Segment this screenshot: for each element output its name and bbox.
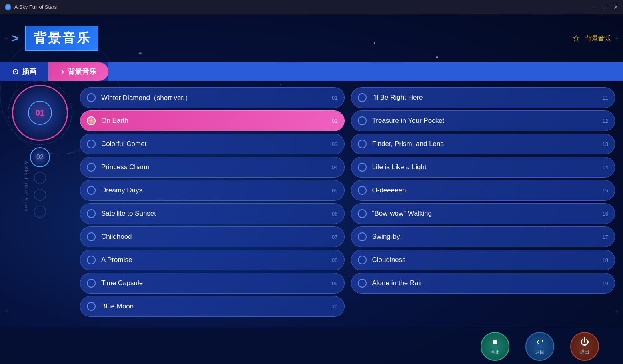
song-radio	[87, 232, 96, 241]
song-item[interactable]: Childhood07	[80, 226, 345, 247]
song-radio	[358, 256, 367, 264]
song-name: Childhood	[101, 233, 329, 241]
song-name: Life is Like a Light	[372, 163, 599, 171]
back-icon: ↩	[536, 337, 543, 347]
song-radio	[87, 256, 96, 264]
song-radio	[358, 279, 367, 288]
close-button[interactable]: ✕	[613, 4, 618, 10]
song-number: 14	[603, 164, 608, 170]
song-radio	[358, 209, 367, 218]
title-char-4: 乐	[77, 30, 90, 47]
stop-button[interactable]: ■ 停止	[481, 332, 509, 361]
title-bar: A Sky Full of Stars — □ ✕	[0, 0, 623, 14]
maximize-button[interactable]: □	[603, 4, 606, 10]
song-name: Treasure in Your Pocket	[372, 117, 599, 125]
song-number: 09	[332, 280, 337, 286]
back-label: 返回	[535, 349, 545, 356]
song-radio	[87, 163, 96, 172]
song-item[interactable]: A Promise08	[80, 250, 345, 270]
song-number: 18	[603, 257, 608, 263]
tab-bar: ⊙ 插画 ♪ 背景音乐	[0, 62, 623, 81]
song-number: 01	[332, 95, 337, 101]
song-radio	[87, 93, 96, 102]
back-button[interactable]: ↩ 返回	[525, 332, 554, 361]
song-number: 04	[332, 164, 337, 170]
header-star-icon: ☆	[572, 33, 581, 44]
song-name: Blue Moon	[101, 302, 329, 310]
song-name: Satellite to Sunset	[101, 210, 329, 218]
bgm-tab-label: 背景音乐	[68, 67, 96, 76]
disc-small: 02	[30, 147, 50, 167]
song-name: Colorful Comet	[101, 140, 329, 148]
song-item[interactable]: Winter Diamond（short ver.）01	[80, 87, 345, 108]
exit-button[interactable]: ⏻ 退出	[570, 332, 599, 361]
disc-outer: 01	[12, 85, 68, 141]
song-item[interactable]: Princess Charm04	[80, 157, 345, 178]
window-controls[interactable]: — □ ✕	[590, 4, 618, 10]
song-item[interactable]: Treasure in Your Pocket12	[351, 110, 615, 131]
song-item[interactable]: Alone in the Rain19	[351, 273, 615, 294]
song-number: 15	[603, 188, 608, 194]
song-number: 07	[332, 234, 337, 240]
app-background: ✦ ✦ + + + + > 背 景 音 乐 ☆ 背景音乐 ⊙ 插画 ♪ 背景音乐	[0, 14, 623, 364]
song-radio	[358, 116, 367, 125]
song-item[interactable]: Colorful Comet03	[80, 134, 345, 154]
disc-label-1: 01	[28, 101, 52, 125]
illustration-tab-icon: ⊙	[12, 67, 19, 76]
tab-bgm[interactable]: ♪ 背景音乐	[48, 62, 108, 81]
song-number: 13	[603, 141, 608, 147]
stop-icon: ■	[492, 337, 497, 347]
bottom-bar: ■ 停止 ↩ 返回 ⏻ 退出	[0, 328, 623, 364]
song-item[interactable]: O-deeeeen15	[351, 180, 615, 201]
right-song-column: I'll Be Right Here11Treasure in Your Poc…	[351, 87, 615, 322]
song-radio	[358, 163, 367, 172]
song-radio	[358, 93, 367, 102]
header-title-box: 背 景 音 乐	[25, 26, 98, 51]
song-radio	[87, 279, 96, 288]
song-number: 10	[332, 304, 337, 310]
exit-icon: ⏻	[580, 337, 589, 347]
song-name: O-deeeeen	[372, 186, 599, 194]
song-item[interactable]: Finder, Prism, and Lens13	[351, 134, 615, 154]
song-item[interactable]: Dreamy Days05	[80, 180, 345, 201]
song-name: Swing-by!	[372, 233, 599, 241]
song-item[interactable]: Blue Moon10	[80, 296, 345, 317]
song-name: I'll Be Right Here	[372, 94, 599, 102]
song-number: 19	[603, 280, 608, 286]
song-radio	[358, 140, 367, 148]
song-radio	[358, 186, 367, 195]
minimize-button[interactable]: —	[590, 4, 596, 10]
exit-label: 退出	[580, 349, 589, 356]
song-item[interactable]: "Bow-wow" Walking16	[351, 203, 615, 224]
header-music-label: 背景音乐	[585, 34, 611, 43]
orbit-dot-2	[34, 189, 46, 201]
song-item[interactable]: Cloudiness18	[351, 250, 615, 270]
vertical-text: A Sky Full of Stars	[24, 161, 29, 212]
app-icon	[5, 4, 11, 10]
orbit-dot-3	[34, 206, 46, 218]
header-right: ☆ 背景音乐	[572, 33, 611, 44]
song-name: A Promise	[101, 256, 329, 264]
song-name: "Bow-wow" Walking	[372, 210, 599, 218]
stop-label: 停止	[490, 349, 500, 356]
orbit-dot-1	[34, 172, 46, 184]
header-arrow-icon: >	[12, 32, 18, 45]
song-number: 03	[332, 141, 337, 147]
song-item[interactable]: Swing-by!17	[351, 226, 615, 247]
song-number: 02	[332, 118, 337, 124]
window-title: A Sky Full of Stars	[14, 4, 57, 10]
song-radio	[87, 140, 96, 148]
song-item[interactable]: Satellite to Sunset06	[80, 203, 345, 224]
song-item[interactable]: Life is Like a Light14	[351, 157, 615, 178]
tab-illustration[interactable]: ⊙ 插画	[0, 62, 48, 81]
song-radio	[358, 232, 367, 241]
song-item[interactable]: ★On Earth02	[80, 110, 345, 131]
song-item[interactable]: I'll Be Right Here11	[351, 87, 615, 108]
song-item[interactable]: Time Capsule09	[80, 273, 345, 294]
song-name: Winter Diamond（short ver.）	[101, 93, 329, 102]
bgm-tab-icon: ♪	[60, 67, 64, 76]
song-number: 16	[603, 211, 608, 217]
song-radio: ★	[87, 116, 96, 125]
song-radio	[87, 209, 96, 218]
song-number: 06	[332, 211, 337, 217]
